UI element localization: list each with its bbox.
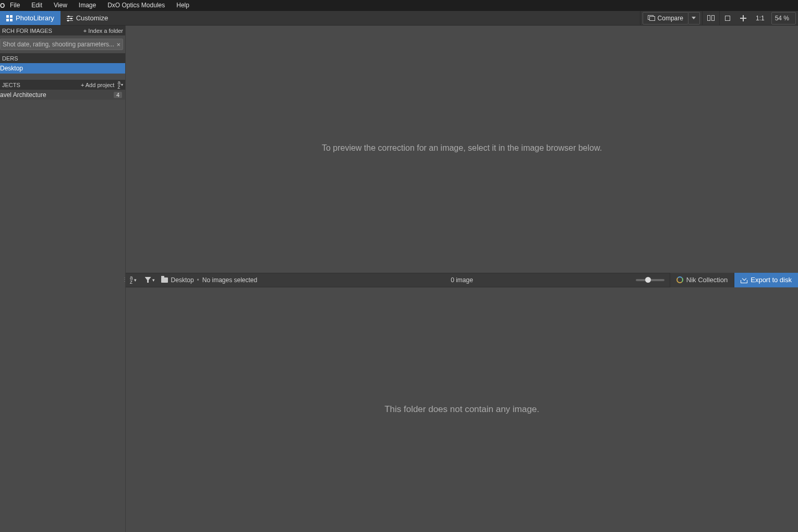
app-logo-letter: O: [0, 2, 4, 9]
menu-edit[interactable]: Edit: [26, 0, 48, 11]
mode-photolibrary-label: PhotoLibrary: [16, 14, 54, 22]
compare-button[interactable]: Compare: [643, 12, 688, 25]
clear-search-button[interactable]: ×: [116, 41, 120, 49]
menu-view[interactable]: View: [48, 0, 73, 11]
modebar: PhotoLibrary Customize Compare 1:1 54 %: [0, 11, 798, 26]
menu-image[interactable]: Image: [73, 0, 102, 11]
index-folder-button[interactable]: + Index a folder: [83, 28, 123, 34]
browser-path: Desktop • No images selected: [161, 276, 258, 284]
projects-header-label: JECTS: [2, 82, 20, 88]
folder-item-label: Desktop: [0, 65, 23, 72]
search-header-label: RCH FOR IMAGES: [2, 28, 52, 34]
zoom-group: 1:1 54 %: [719, 11, 798, 25]
search-box: ×: [0, 39, 123, 50]
sidebyside-button[interactable]: [703, 11, 719, 25]
browser-selection-text: No images selected: [202, 276, 257, 284]
sidebyside-group: [702, 11, 719, 25]
browser-filter-button[interactable]: ▾: [143, 277, 157, 283]
main: To preview the correction for an image, …: [126, 26, 798, 532]
fit-icon: [724, 15, 731, 21]
grid-icon: [6, 15, 13, 21]
zoom-1to1-label: 1:1: [756, 15, 765, 22]
compare-dropdown[interactable]: [688, 12, 700, 25]
project-item-label: avel Architecture: [0, 91, 46, 99]
sidebyside-icon: [707, 15, 715, 21]
nik-collection-label: Nik Collection: [686, 276, 728, 284]
browser-toolbar: az ▾ ▾ Desktop • No images selected 0 im…: [126, 273, 798, 287]
mode-customize-label: Customize: [76, 14, 108, 22]
folder-item-desktop[interactable]: Desktop: [0, 63, 125, 74]
funnel-icon: [145, 277, 151, 283]
pan-button[interactable]: [735, 11, 751, 25]
move-icon: [740, 15, 746, 21]
compare-icon: [648, 15, 655, 21]
projects-sort-button[interactable]: az ▾: [117, 81, 123, 89]
sidebar: RCH FOR IMAGES + Index a folder × DERS D…: [0, 26, 126, 532]
menu-optics[interactable]: DxO Optics Modules: [102, 0, 171, 11]
nik-collection-button[interactable]: Nik Collection: [670, 273, 734, 287]
chevron-down-icon: [692, 17, 696, 19]
export-to-disk-button[interactable]: Export to disk: [734, 273, 798, 287]
zoom-1to1-button[interactable]: 1:1: [751, 11, 769, 25]
zoom-value: 54 %: [775, 15, 789, 22]
fit-button[interactable]: [720, 11, 735, 25]
image-browser-pane: This folder does not contain any image.: [126, 287, 798, 533]
search-input[interactable]: [3, 41, 114, 48]
search-wrap: ×: [0, 35, 125, 53]
project-item-count: 4: [114, 92, 122, 98]
folders-header-label: DERS: [2, 55, 18, 62]
sliders-icon: [67, 16, 73, 21]
folders-header: DERS: [0, 53, 125, 63]
preview-empty-text: To preview the correction for an image, …: [322, 143, 602, 153]
menu-help[interactable]: Help: [171, 0, 195, 11]
mode-customize-button[interactable]: Customize: [61, 11, 114, 25]
nik-ring-icon: [676, 276, 683, 283]
thumbnail-size-slider[interactable]: [636, 279, 664, 281]
compare-group: Compare: [640, 11, 702, 25]
menubar: O File Edit View Image DxO Optics Module…: [0, 0, 798, 11]
folder-icon: [161, 277, 168, 283]
browser-sort-button[interactable]: az ▾: [128, 276, 139, 284]
mode-photolibrary-button[interactable]: PhotoLibrary: [0, 11, 61, 25]
menu-file[interactable]: File: [4, 0, 26, 11]
browser-path-folder: Desktop: [171, 276, 194, 284]
separator-dot: •: [197, 276, 199, 284]
compare-label: Compare: [658, 15, 683, 22]
search-header: RCH FOR IMAGES + Index a folder: [0, 26, 125, 35]
project-item[interactable]: avel Architecture 4: [0, 90, 125, 100]
export-icon: [741, 277, 747, 283]
zoom-select[interactable]: 54 %: [771, 12, 796, 25]
projects-header: JECTS + Add project az ▾: [0, 80, 125, 90]
export-label: Export to disk: [751, 276, 792, 284]
browser-empty-text: This folder does not contain any image.: [384, 404, 539, 415]
browser-count: 0 image: [451, 276, 473, 284]
preview-pane: To preview the correction for an image, …: [126, 26, 798, 271]
add-project-button[interactable]: + Add project: [81, 82, 115, 88]
